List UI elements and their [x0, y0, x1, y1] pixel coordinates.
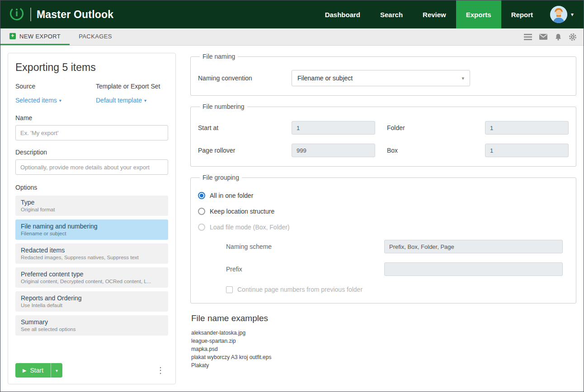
start-at-label: Start at — [198, 124, 292, 131]
radio-checked-icon — [198, 192, 205, 199]
folder-label: Folder — [375, 124, 485, 131]
options-label: Options — [15, 184, 168, 191]
prefix-input[interactable] — [384, 262, 563, 276]
file-numbering-legend: File numbering — [200, 103, 247, 110]
option-reports-ordering[interactable]: Reports and Ordering Use Intella default — [15, 291, 168, 312]
mail-icon[interactable] — [539, 34, 547, 40]
source-dropdown[interactable]: Selected items ▾ — [15, 97, 61, 104]
app-title: Master Outlook — [37, 9, 113, 21]
file-name-examples-title: File name examples — [191, 313, 576, 323]
option-type[interactable]: Type Original format — [15, 196, 168, 216]
naming-scheme-input[interactable] — [384, 240, 563, 253]
chevron-down-icon: ▾ — [56, 368, 58, 373]
page-rollover-label: Page rollover — [198, 147, 292, 154]
nav-item-report[interactable]: Report — [501, 0, 543, 28]
option-title: Preferred content type — [21, 271, 163, 278]
main-nav: Dashboard Search Review Exports Report — [315, 0, 543, 28]
radio-unchecked-icon — [198, 208, 205, 215]
example-file-name: aleksander-latoska.jpg — [191, 329, 576, 337]
source-template-values: Selected items ▾ Default template ▾ — [15, 96, 168, 104]
description-input[interactable] — [15, 159, 168, 175]
start-split-button: ▶ Start ▾ — [15, 363, 62, 378]
radio-label: Load file mode (Box, Folder) — [210, 224, 290, 231]
radio-keep-location-structure[interactable]: Keep location structure — [198, 208, 569, 215]
page-title: Exporting 5 items — [15, 61, 168, 74]
plus-icon: + — [9, 33, 16, 39]
radio-label: All in one folder — [210, 192, 254, 199]
chevron-down-icon: ▾ — [462, 75, 464, 81]
option-subtitle: Use Intella default — [21, 303, 163, 308]
box-label: Box — [375, 147, 485, 154]
file-grouping-section: File grouping All in one folder Keep loc… — [190, 174, 576, 303]
option-title: Reports and Ordering — [21, 294, 163, 302]
description-label: Description — [15, 149, 168, 156]
name-label: Name — [15, 114, 168, 121]
nav-item-dashboard[interactable]: Dashboard — [315, 0, 370, 28]
app-logo[interactable]: Master Outlook — [0, 0, 122, 28]
template-dropdown[interactable]: Default template ▾ — [96, 97, 146, 104]
tasks-icon[interactable] — [524, 34, 532, 40]
option-redacted-items[interactable]: Redacted items Redacted images, Suppress… — [15, 243, 168, 264]
option-subtitle: Original format — [21, 207, 163, 212]
chevron-down-icon: ▾ — [571, 11, 574, 18]
naming-convention-select[interactable]: Filename or subject ▾ — [292, 70, 470, 86]
example-file-name: mapka.psd — [191, 345, 576, 353]
option-subtitle: Filename or subject — [21, 231, 163, 236]
naming-convention-label: Naming convention — [198, 75, 292, 82]
nav-item-review[interactable]: Review — [413, 0, 456, 28]
user-menu[interactable]: ▾ — [543, 0, 584, 28]
chevron-down-icon: ▾ — [59, 98, 61, 103]
option-file-naming[interactable]: File naming and numbering Filename or su… — [15, 219, 168, 240]
app-window: Master Outlook Dashboard Search Review E… — [0, 0, 584, 392]
start-at-input[interactable] — [292, 121, 375, 135]
radio-all-in-one-folder[interactable]: All in one folder — [198, 192, 569, 199]
radio-label: Keep location structure — [210, 208, 274, 215]
main-content: Exporting 5 items Source Template or Exp… — [0, 46, 584, 392]
tab-packages-label: PACKAGES — [79, 33, 112, 40]
export-summary-card: Exporting 5 items Source Template or Exp… — [8, 53, 176, 384]
prefix-label: Prefix — [226, 266, 384, 273]
source-dropdown-label: Selected items — [15, 97, 57, 104]
checkbox-label: Continue page numbers from previous fold… — [237, 286, 363, 293]
radio-disabled-icon — [198, 224, 205, 231]
start-button[interactable]: ▶ Start — [15, 363, 51, 378]
brand-divider — [30, 8, 31, 21]
example-file-name: plakat wyborczy A3 kroj outfit.eps — [191, 353, 576, 361]
tab-new-export-label: NEW EXPORT — [19, 33, 61, 40]
start-options-button[interactable]: ▾ — [51, 363, 62, 378]
gear-icon[interactable] — [569, 33, 576, 41]
bell-icon[interactable] — [555, 33, 562, 41]
option-summary[interactable]: Summary See all selected options — [15, 315, 168, 336]
tab-new-export[interactable]: + NEW EXPORT — [0, 28, 70, 45]
box-input[interactable] — [485, 144, 569, 157]
brand-logo-icon — [9, 5, 25, 23]
nav-item-search[interactable]: Search — [370, 0, 413, 28]
example-file-name: Plakaty — [191, 361, 576, 369]
file-naming-legend: File naming — [200, 53, 238, 60]
option-subtitle: See all selected options — [21, 327, 163, 332]
folder-input[interactable] — [485, 121, 569, 135]
nav-item-exports[interactable]: Exports — [456, 0, 501, 28]
continue-page-numbers-checkbox[interactable]: Continue page numbers from previous fold… — [226, 286, 569, 293]
option-preferred-content-type[interactable]: Preferred content type Original content,… — [15, 267, 168, 288]
name-input[interactable] — [15, 125, 168, 140]
play-icon: ▶ — [23, 368, 26, 373]
start-button-label: Start — [30, 367, 43, 374]
option-title: File naming and numbering — [21, 223, 163, 230]
checkbox-unchecked-icon — [226, 286, 233, 293]
file-naming-section: File naming Naming convention Filename o… — [190, 53, 576, 96]
tab-packages[interactable]: PACKAGES — [70, 28, 121, 45]
tabbar-icon-group — [524, 28, 584, 45]
template-dropdown-label: Default template — [96, 97, 142, 104]
secondary-tabbar: + NEW EXPORT PACKAGES — [0, 28, 584, 46]
page-rollover-input[interactable] — [292, 144, 375, 157]
source-label: Source — [15, 83, 96, 90]
option-title: Redacted items — [21, 247, 163, 254]
settings-panel: File naming Naming convention Filename o… — [190, 53, 576, 384]
radio-load-file-mode[interactable]: Load file mode (Box, Folder) — [198, 224, 569, 231]
option-subtitle: Original content, Decrypted content, OCR… — [21, 279, 163, 284]
more-options-icon[interactable]: ⋮ — [153, 365, 168, 375]
chevron-down-icon: ▾ — [144, 98, 146, 103]
avatar — [550, 6, 567, 23]
app-header: Master Outlook Dashboard Search Review E… — [0, 0, 584, 28]
